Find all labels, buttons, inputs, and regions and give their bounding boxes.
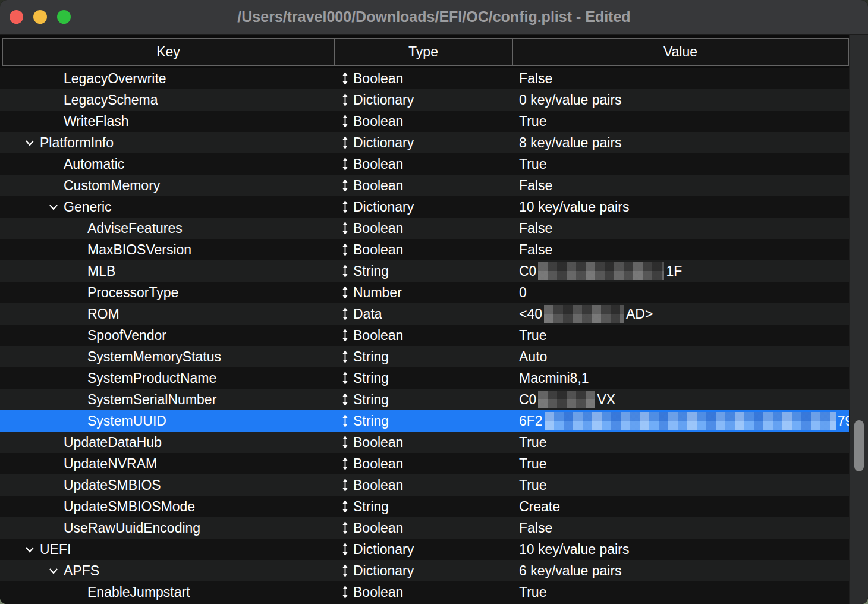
row-value[interactable]: 0 key/value pairs	[514, 92, 849, 108]
table-row[interactable]: SystemUUIDString6F279	[0, 410, 849, 432]
table-row[interactable]: ROMData<40AD>	[0, 303, 849, 325]
table-row[interactable]: CustomMemoryBooleanFalse	[0, 175, 849, 196]
table-row[interactable]: ProcessorTypeNumber0	[0, 282, 849, 303]
table-row[interactable]: SystemMemoryStatusStringAuto	[0, 346, 849, 367]
row-type-label[interactable]: Dictionary	[353, 199, 414, 215]
row-type-label[interactable]: Boolean	[353, 328, 403, 344]
table-row[interactable]: SpoofVendorBooleanTrue	[0, 325, 849, 346]
table-row[interactable]: AutomaticBooleanTrue	[0, 153, 849, 175]
table-row[interactable]: MLBStringC01F	[0, 260, 849, 282]
row-type-label[interactable]: String	[353, 349, 389, 365]
up-down-stepper-icon[interactable]	[342, 72, 349, 85]
column-header-value[interactable]: Value	[513, 39, 848, 65]
table-row[interactable]: SystemSerialNumberStringC0VX	[0, 389, 849, 410]
row-type-label[interactable]: String	[353, 413, 389, 429]
table-row[interactable]: UpdateNVRAMBooleanTrue	[0, 453, 849, 474]
row-value[interactable]: 0	[514, 285, 849, 301]
up-down-stepper-icon[interactable]	[342, 543, 349, 556]
row-type-label[interactable]: String	[353, 392, 389, 408]
row-type-label[interactable]: Boolean	[353, 114, 403, 130]
row-value[interactable]: True	[514, 584, 849, 600]
row-type-label[interactable]: Dictionary	[353, 135, 414, 151]
up-down-stepper-icon[interactable]	[342, 307, 349, 320]
up-down-stepper-icon[interactable]	[342, 372, 349, 385]
up-down-stepper-icon[interactable]	[342, 243, 349, 256]
table-row[interactable]: EnableJumpstartBooleanTrue	[0, 581, 849, 603]
row-type-label[interactable]: Dictionary	[353, 92, 414, 108]
row-type-label[interactable]: Boolean	[353, 242, 403, 258]
row-value[interactable]: True	[514, 156, 849, 172]
table-row[interactable]: GenericDictionary10 key/value pairs	[0, 196, 849, 218]
row-value[interactable]: 8 key/value pairs	[514, 135, 849, 151]
row-value[interactable]: True	[514, 456, 849, 472]
row-value[interactable]: False	[514, 178, 849, 194]
row-type-label[interactable]: Boolean	[353, 156, 403, 172]
chevron-down-icon[interactable]	[49, 204, 64, 210]
row-type-label[interactable]: Number	[353, 285, 402, 301]
row-type-label[interactable]: Boolean	[353, 584, 403, 600]
row-value[interactable]: True	[514, 477, 849, 493]
table-row[interactable]: WriteFlashBooleanTrue	[0, 111, 849, 132]
up-down-stepper-icon[interactable]	[342, 222, 349, 235]
up-down-stepper-icon[interactable]	[342, 179, 349, 192]
row-type-label[interactable]: String	[353, 263, 389, 279]
up-down-stepper-icon[interactable]	[342, 500, 349, 513]
row-value[interactable]: True	[514, 328, 849, 344]
up-down-stepper-icon[interactable]	[342, 521, 349, 534]
scrollbar-track[interactable]	[849, 35, 868, 604]
row-value[interactable]: True	[514, 435, 849, 451]
table-row[interactable]: UpdateSMBIOSBooleanTrue	[0, 474, 849, 496]
table-row[interactable]: LegacyOverwriteBooleanFalse	[0, 68, 849, 89]
row-value[interactable]: C01F	[514, 262, 849, 280]
row-value[interactable]: 10 key/value pairs	[514, 199, 849, 215]
chevron-down-icon[interactable]	[25, 546, 40, 553]
row-value[interactable]: False	[514, 71, 849, 87]
up-down-stepper-icon[interactable]	[342, 457, 349, 470]
up-down-stepper-icon[interactable]	[342, 414, 349, 427]
table-row[interactable]: AdviseFeaturesBooleanFalse	[0, 218, 849, 239]
row-value[interactable]: False	[514, 221, 849, 237]
row-value[interactable]: False	[514, 242, 849, 258]
row-type-label[interactable]: Data	[353, 306, 382, 322]
row-type-label[interactable]: Dictionary	[353, 563, 414, 579]
table-row[interactable]: MaxBIOSVersionBooleanFalse	[0, 239, 849, 260]
row-value[interactable]: 6 key/value pairs	[514, 563, 849, 579]
row-value[interactable]: False	[514, 520, 849, 536]
row-value[interactable]: True	[514, 114, 849, 130]
row-value[interactable]: Macmini8,1	[514, 370, 849, 386]
row-value[interactable]: 6F279	[514, 412, 849, 430]
row-value[interactable]: 10 key/value pairs	[514, 542, 849, 558]
table-row[interactable]: UEFIDictionary10 key/value pairs	[0, 539, 849, 560]
row-type-label[interactable]: Boolean	[353, 477, 403, 493]
up-down-stepper-icon[interactable]	[342, 329, 349, 342]
row-value[interactable]: <40AD>	[514, 305, 849, 323]
row-type-label[interactable]: Boolean	[353, 520, 403, 536]
up-down-stepper-icon[interactable]	[342, 158, 349, 171]
row-type-label[interactable]: Boolean	[353, 435, 403, 451]
up-down-stepper-icon[interactable]	[342, 136, 349, 149]
up-down-stepper-icon[interactable]	[342, 350, 349, 363]
up-down-stepper-icon[interactable]	[342, 586, 349, 599]
up-down-stepper-icon[interactable]	[342, 93, 349, 106]
chevron-down-icon[interactable]	[49, 568, 64, 574]
scrollbar-thumb[interactable]	[854, 420, 864, 471]
row-value[interactable]: C0VX	[514, 391, 849, 408]
table-row[interactable]: UseRawUuidEncodingBooleanFalse	[0, 517, 849, 539]
column-header-type[interactable]: Type	[335, 39, 513, 65]
table-row[interactable]: UpdateDataHubBooleanTrue	[0, 432, 849, 453]
row-type-label[interactable]: Boolean	[353, 221, 403, 237]
table-row[interactable]: SystemProductNameStringMacmini8,1	[0, 367, 849, 389]
up-down-stepper-icon[interactable]	[342, 479, 349, 492]
title-bar[interactable]: /Users/travel000/Downloads/EFI/OC/config…	[0, 0, 868, 35]
row-type-label[interactable]: Boolean	[353, 456, 403, 472]
chevron-down-icon[interactable]	[25, 140, 40, 146]
row-value[interactable]: Create	[514, 499, 849, 515]
row-type-label[interactable]: String	[353, 370, 389, 386]
row-value[interactable]: Auto	[514, 349, 849, 365]
row-type-label[interactable]: Boolean	[353, 71, 403, 87]
table-row[interactable]: LegacySchemaDictionary0 key/value pairs	[0, 89, 849, 111]
table-row[interactable]: UpdateSMBIOSModeStringCreate	[0, 496, 849, 517]
up-down-stepper-icon[interactable]	[342, 115, 349, 128]
up-down-stepper-icon[interactable]	[342, 393, 349, 406]
row-type-label[interactable]: Boolean	[353, 178, 403, 194]
